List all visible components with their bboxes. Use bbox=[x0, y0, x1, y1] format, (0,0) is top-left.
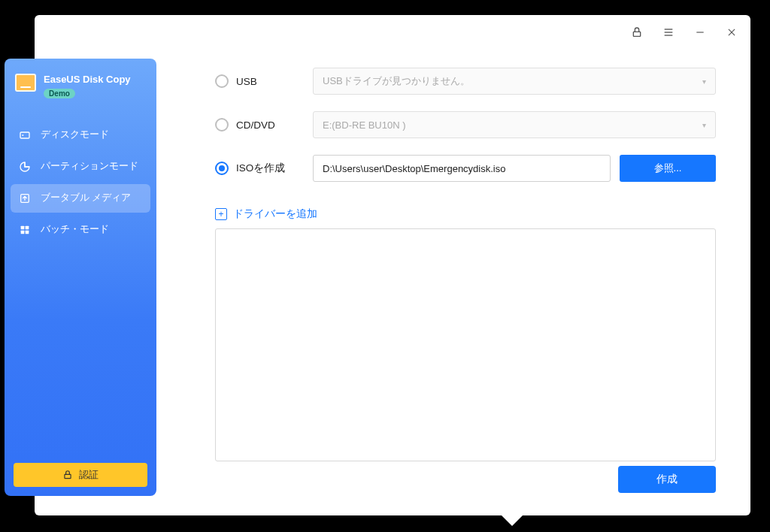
sidebar-item-partition-mode[interactable]: パーティションモード bbox=[11, 153, 150, 181]
titlebar bbox=[630, 26, 738, 39]
brand: EaseUS Disk Copy Demo bbox=[5, 69, 156, 112]
nav: ディスクモード パーティションモード ブータブル メディア バッチ・モード bbox=[5, 121, 156, 244]
svg-rect-11 bbox=[26, 225, 29, 229]
minimize-button[interactable] bbox=[693, 26, 707, 39]
lock-icon[interactable] bbox=[630, 26, 644, 39]
radio-cddvd[interactable] bbox=[215, 118, 229, 131]
radio-iso[interactable] bbox=[215, 162, 229, 175]
auth-button[interactable]: 認証 bbox=[14, 463, 147, 487]
app-title: EaseUS Disk Copy bbox=[44, 74, 131, 86]
sidebar-item-label: パーティションモード bbox=[41, 160, 138, 173]
svg-rect-12 bbox=[21, 230, 25, 234]
demo-badge: Demo bbox=[44, 89, 75, 98]
svg-point-8 bbox=[22, 135, 23, 136]
sidebar-item-batch-mode[interactable]: バッチ・モード bbox=[11, 216, 150, 244]
radio-cddvd-label: CD/DVD bbox=[236, 119, 275, 131]
add-driver-link[interactable]: + ドライバーを追加 bbox=[215, 207, 716, 221]
media-icon bbox=[18, 192, 32, 205]
chevron-down-icon: ▾ bbox=[702, 121, 706, 129]
option-row-iso: ISOを作成 参照... bbox=[215, 155, 716, 182]
cddvd-select[interactable]: E:(BD-RE BU10N ) ▾ bbox=[313, 111, 716, 138]
sidebar-item-disk-mode[interactable]: ディスクモード bbox=[11, 121, 150, 150]
usb-select[interactable]: USBドライブが見つかりません。 ▾ bbox=[313, 68, 716, 95]
browse-button[interactable]: 参照... bbox=[620, 155, 716, 182]
option-row-usb: USB USBドライブが見つかりません。 ▾ bbox=[215, 68, 716, 95]
iso-path-input[interactable] bbox=[313, 155, 611, 182]
add-driver-label: ドライバーを追加 bbox=[233, 207, 317, 221]
svg-rect-0 bbox=[633, 32, 640, 36]
radio-usb[interactable] bbox=[215, 74, 229, 88]
sidebar-item-label: ブータブル メディア bbox=[41, 192, 131, 204]
radio-iso-label: ISOを作成 bbox=[236, 162, 285, 175]
svg-rect-10 bbox=[21, 225, 25, 229]
auth-label: 認証 bbox=[79, 468, 99, 482]
chevron-down-icon: ▾ bbox=[702, 77, 706, 86]
lock-icon bbox=[62, 470, 73, 480]
cddvd-select-placeholder: E:(BD-RE BU10N ) bbox=[323, 119, 406, 131]
svg-rect-13 bbox=[26, 230, 29, 234]
sidebar-item-label: ディスクモード bbox=[41, 128, 109, 141]
svg-rect-14 bbox=[65, 474, 71, 478]
tooltip-pointer bbox=[499, 512, 526, 526]
svg-rect-7 bbox=[20, 132, 29, 138]
pie-icon bbox=[18, 160, 32, 174]
app-icon bbox=[15, 74, 36, 92]
close-button[interactable] bbox=[725, 26, 738, 39]
sidebar-item-bootable-media[interactable]: ブータブル メディア bbox=[11, 184, 150, 213]
usb-select-placeholder: USBドライブが見つかりません。 bbox=[323, 74, 470, 88]
grid-icon bbox=[18, 223, 32, 237]
create-button[interactable]: 作成 bbox=[618, 466, 716, 493]
content-area: USB USBドライブが見つかりません。 ▾ CD/DVD E:(BD-RE B… bbox=[215, 68, 716, 493]
menu-icon[interactable] bbox=[662, 26, 675, 39]
radio-usb-label: USB bbox=[236, 76, 257, 87]
plus-icon: + bbox=[215, 208, 227, 220]
sidebar-item-label: バッチ・モード bbox=[41, 223, 109, 236]
sidebar: EaseUS Disk Copy Demo ディスクモード パーティションモード… bbox=[5, 59, 156, 496]
disk-icon bbox=[18, 128, 32, 142]
driver-list-box[interactable] bbox=[215, 228, 716, 461]
option-row-cddvd: CD/DVD E:(BD-RE BU10N ) ▾ bbox=[215, 111, 716, 138]
